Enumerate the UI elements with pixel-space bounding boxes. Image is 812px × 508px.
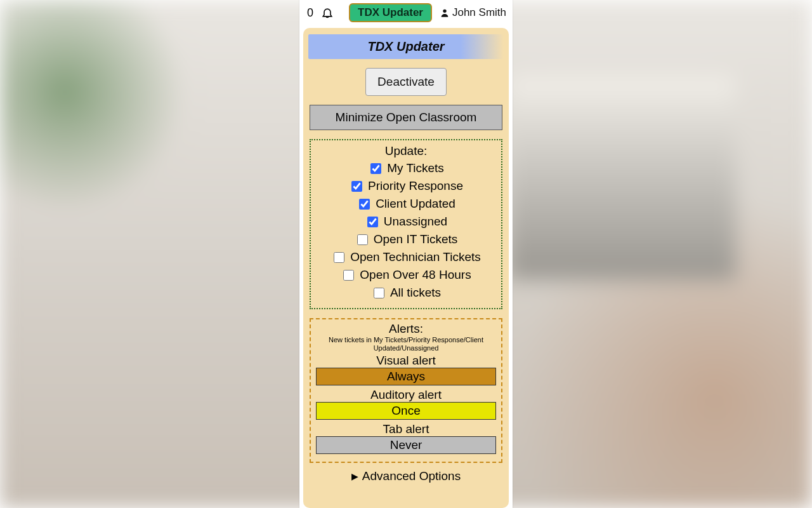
update-label-4: Open IT Tickets: [374, 231, 458, 248]
update-label-1: Priority Response: [368, 177, 463, 195]
update-checkbox-5[interactable]: [334, 252, 344, 263]
panel-title: TDX Updater: [308, 34, 504, 59]
top-bar: 0 TDX Updater John Smith: [299, 0, 513, 25]
triangle-right-icon: ▶: [351, 471, 358, 481]
update-label-5: Open Technician Tickets: [350, 248, 481, 266]
update-label-2: Client Updated: [376, 195, 455, 213]
update-option-1[interactable]: Priority Response: [313, 177, 499, 195]
alerts-header: Alerts:: [315, 322, 497, 336]
minimize-open-classroom-button[interactable]: Minimize Open Classroom: [310, 105, 502, 130]
bell-icon[interactable]: [321, 6, 334, 19]
alerts-section: Alerts: New tickets in My Tickets/Priori…: [310, 318, 502, 463]
user-display[interactable]: John Smith: [440, 6, 506, 19]
advanced-options-toggle[interactable]: ▶ Advanced Options: [308, 469, 504, 483]
notification-count: 0: [306, 6, 315, 20]
update-checkbox-7[interactable]: [374, 288, 384, 298]
tdx-updater-pill[interactable]: TDX Updater: [349, 3, 432, 22]
update-section: Update: My TicketsPriority ResponseClien…: [310, 139, 502, 309]
update-option-4[interactable]: Open IT Tickets: [313, 231, 499, 248]
user-name: John Smith: [452, 6, 506, 19]
update-option-7[interactable]: All tickets: [313, 284, 499, 302]
update-option-5[interactable]: Open Technician Tickets: [313, 248, 499, 266]
visual-alert-label: Visual alert: [315, 354, 497, 368]
app-column: 0 TDX Updater John Smith TDX Updater Dea…: [299, 0, 513, 508]
visual-alert-button[interactable]: Always: [316, 368, 496, 385]
svg-point-0: [443, 10, 446, 13]
tab-alert-button[interactable]: Never: [316, 436, 496, 454]
update-checkbox-6[interactable]: [343, 270, 354, 281]
user-icon: [440, 8, 450, 18]
auditory-alert-button[interactable]: Once: [316, 402, 496, 420]
update-label-6: Open Over 48 Hours: [360, 266, 471, 284]
update-label-7: All tickets: [390, 284, 441, 302]
update-option-6[interactable]: Open Over 48 Hours: [313, 266, 499, 284]
update-label-0: My Tickets: [387, 159, 444, 177]
main-panel: TDX Updater Deactivate Minimize Open Cla…: [303, 28, 509, 508]
deactivate-button[interactable]: Deactivate: [365, 68, 447, 96]
auditory-alert-label: Auditory alert: [315, 388, 497, 402]
alerts-subtitle: New tickets in My Tickets/Priority Respo…: [315, 336, 497, 352]
tab-alert-label: Tab alert: [315, 422, 497, 436]
update-option-3[interactable]: Unassigned: [313, 213, 499, 231]
update-checkbox-4[interactable]: [357, 234, 368, 245]
update-checkbox-2[interactable]: [359, 199, 370, 210]
update-option-2[interactable]: Client Updated: [313, 195, 499, 213]
update-checkbox-0[interactable]: [370, 163, 381, 174]
update-checkbox-3[interactable]: [367, 217, 378, 227]
advanced-options-label: Advanced Options: [362, 469, 461, 483]
update-checkbox-1[interactable]: [351, 181, 362, 192]
update-label-3: Unassigned: [384, 213, 447, 231]
update-option-0[interactable]: My Tickets: [313, 159, 499, 177]
update-header: Update:: [313, 144, 499, 158]
